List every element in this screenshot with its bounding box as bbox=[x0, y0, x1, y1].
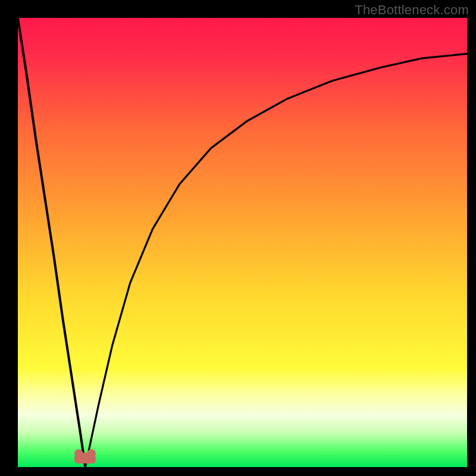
minimum-marker-icon bbox=[74, 453, 96, 464]
chart-curve bbox=[18, 18, 467, 467]
watermark-text: TheBottleneck.com bbox=[355, 2, 469, 18]
chart-area bbox=[18, 18, 467, 467]
